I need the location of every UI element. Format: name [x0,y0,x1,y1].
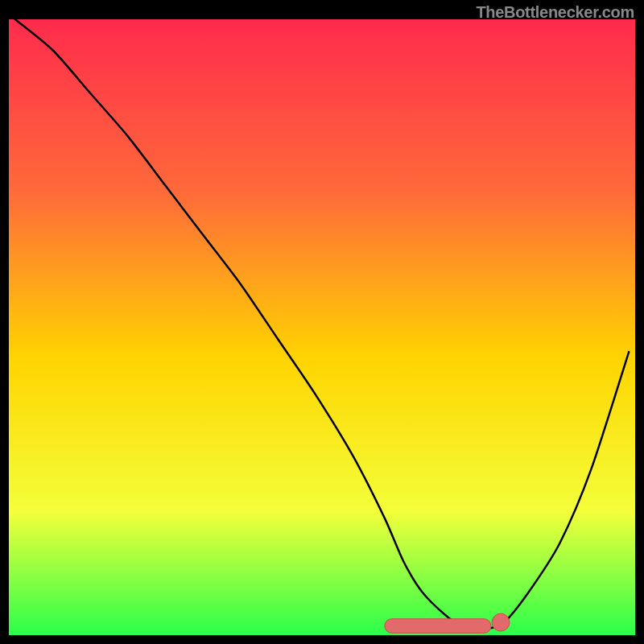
frame-bottom [0,635,644,644]
frame-left [0,0,9,644]
svg-rect-1 [385,619,491,634]
gradient-background [9,19,635,635]
svg-point-2 [492,613,510,631]
frame-right [635,0,644,644]
bottleneck-chart [0,0,644,644]
watermark: TheBottlenecker.com [476,3,634,22]
